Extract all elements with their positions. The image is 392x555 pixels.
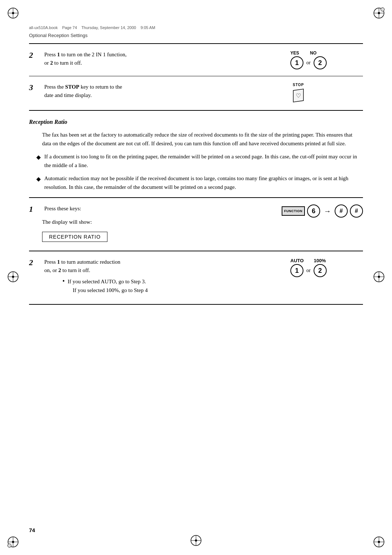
page-ref: Page 74 xyxy=(62,25,77,30)
step3-text-part2: key to return to the xyxy=(79,84,122,90)
display-show-label: The display will show: xyxy=(42,219,92,225)
step2-text-part2: to turn on the 2 IN 1 function, xyxy=(60,52,127,57)
step2-bold2: 2 xyxy=(50,60,53,66)
key-2-label: 2 xyxy=(318,59,322,67)
page: all-ux510A.book Page 74 Thursday, Septem… xyxy=(0,0,392,555)
sub-bullet-item-1: • If you selected AUTO, go to Step 3. If… xyxy=(62,277,283,295)
yes-no-group: YES NO 1 or 2 xyxy=(290,50,327,69)
step-1b-number: 1 xyxy=(29,204,42,214)
function-key: FUNCTION xyxy=(282,206,305,216)
step-2-number: 2 xyxy=(29,50,42,60)
display-box: RECEPTION RATIO xyxy=(42,232,107,242)
sub-bullet-prefix: If you selected AUTO, go to Step 3. xyxy=(68,279,146,284)
svg-point-8 xyxy=(381,8,384,11)
time: 9:05 AM xyxy=(140,25,155,30)
corner-mark-tr xyxy=(372,7,385,20)
svg-point-17 xyxy=(378,541,380,543)
side-mark-bottom xyxy=(189,534,203,548)
step3-text-part1: Press the xyxy=(44,84,65,90)
corner-mark-bl xyxy=(7,535,20,548)
auto-100-keys: 1 or 2 xyxy=(290,264,327,277)
auto-label: AUTO xyxy=(290,258,304,263)
step-3-keys: STOP ♡ xyxy=(290,83,363,104)
key-6-label: 6 xyxy=(312,207,315,215)
step2-text-part1: Press xyxy=(44,52,57,57)
bullet-text-1: If a document is too long to fit on the … xyxy=(44,152,363,170)
step-1b-keys: FUNCTION 6 → # # xyxy=(282,204,363,218)
no-label: NO xyxy=(310,50,317,56)
bullet-diamond-1: ◆ xyxy=(36,153,41,162)
bullet-item-2: ◆ Automatic reduction may not be possibl… xyxy=(36,174,363,191)
step2b-text-part1: Press xyxy=(44,259,57,265)
step-3-text: Press the STOP key to return to the date… xyxy=(44,83,283,99)
header-meta: all-ux510A.book Page 74 Thursday, Septem… xyxy=(29,25,363,30)
key-hash-1-label: # xyxy=(340,208,343,214)
step2-text-part3: or xyxy=(44,60,50,66)
filename: all-ux510A.book xyxy=(29,25,58,30)
auto-100-group: AUTO 100% 1 or 2 xyxy=(290,258,327,277)
or-text: or xyxy=(306,60,311,66)
side-mark-left xyxy=(7,270,20,285)
step2b-bold1: 1 xyxy=(57,259,60,265)
reception-ratio-body: The fax has been set at the factory to a… xyxy=(42,130,359,148)
step-2-row: 2 Press 1 to turn on the 2 IN 1 function… xyxy=(29,44,363,76)
key-2-circle: 2 xyxy=(314,56,327,69)
key-1-label: 1 xyxy=(295,59,299,67)
corner-mark-br xyxy=(372,535,385,548)
display-show-row: The display will show: xyxy=(29,219,363,225)
step-2-keys: YES NO 1 or 2 xyxy=(290,50,363,69)
function-keys-group: FUNCTION 6 → # # xyxy=(282,204,363,218)
key-hash-1-circle: # xyxy=(335,204,348,218)
page-number: 74 xyxy=(29,527,35,533)
sub-bullet-text-1: If you selected AUTO, go to Step 3. If y… xyxy=(68,277,148,295)
yes-label: YES xyxy=(290,50,299,56)
stop-key-group: STOP ♡ xyxy=(290,83,306,104)
step-1b-row: 1 Press these keys: FUNCTION 6 → # # xyxy=(29,198,363,218)
stop-key-icon: ♡ xyxy=(290,88,306,104)
key-2b-circle: 2 xyxy=(314,264,327,277)
step-2-text: Press 1 to turn on the 2 IN 1 function, … xyxy=(44,50,283,67)
stop-label: STOP xyxy=(293,83,304,87)
bullet-text-2: Automatic reduction may not be possible … xyxy=(44,174,363,191)
section-label: Optional Reception Settings xyxy=(29,33,363,38)
yes-no-keys: 1 or 2 xyxy=(290,56,327,69)
step2-bold1: 1 xyxy=(57,52,60,57)
svg-text:♡: ♡ xyxy=(296,93,301,99)
key-1-circle: 1 xyxy=(290,56,303,69)
bullet-diamond-2: ◆ xyxy=(36,174,41,184)
key-hash-2-label: # xyxy=(355,208,358,214)
key-1b-label: 1 xyxy=(295,267,299,275)
step3-bold1: STOP xyxy=(65,84,79,90)
step-3-number: 3 xyxy=(29,83,42,92)
svg-point-29 xyxy=(195,539,197,542)
svg-point-3 xyxy=(12,12,14,14)
step1b-text-line1: Press these keys: xyxy=(44,206,81,211)
step-2b-row: 2 Press 1 to turn automatic reduction on… xyxy=(29,251,363,305)
key-1b-circle: 1 xyxy=(290,264,303,277)
bullet-list: ◆ If a document is too long to fit on th… xyxy=(36,152,363,191)
svg-point-12 xyxy=(12,541,14,543)
step-2b-keys: AUTO 100% 1 or 2 xyxy=(290,258,363,277)
sub-bullet-suffix: If you selected 100%, go to Step 4 xyxy=(73,287,148,293)
key-6-circle: 6 xyxy=(307,204,320,218)
pct-label: 100% xyxy=(314,258,326,263)
sub-bullet-list: • If you selected AUTO, go to Step 3. If… xyxy=(62,277,283,295)
step2b-text-part2: to turn automatic reduction xyxy=(60,259,121,265)
step-3-row: 3 Press the STOP key to return to the da… xyxy=(29,76,363,111)
bullet-item-1: ◆ If a document is too long to fit on th… xyxy=(36,152,363,170)
corner-mark-tl xyxy=(7,7,20,20)
step2b-text-part3: on, or xyxy=(44,267,58,273)
side-mark-right xyxy=(372,270,385,285)
step-2b-number: 2 xyxy=(29,258,42,267)
reception-ratio-heading: Reception Ratio xyxy=(29,119,363,125)
step3-text-part3: date and time display. xyxy=(44,92,92,98)
or-text-2b: or xyxy=(306,268,311,274)
svg-point-7 xyxy=(378,12,380,14)
auto-100-labels: AUTO 100% xyxy=(290,258,326,263)
arrow-right-icon: → xyxy=(324,207,331,215)
key-hash-2-circle: # xyxy=(350,204,363,218)
svg-point-21 xyxy=(12,276,14,278)
step-2b-text: Press 1 to turn automatic reduction on, … xyxy=(44,258,283,297)
date: Thursday, September 14, 2000 xyxy=(81,25,136,30)
key-2b-label: 2 xyxy=(318,267,322,275)
